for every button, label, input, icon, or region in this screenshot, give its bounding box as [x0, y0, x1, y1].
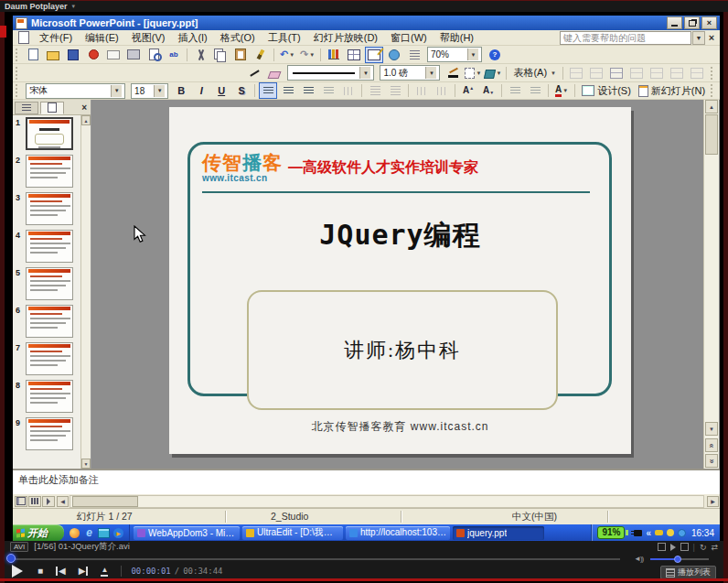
toolbar-grip[interactable] [16, 67, 20, 80]
menu-item[interactable]: 帮助(H) [434, 30, 480, 46]
combo-arrow-icon[interactable]: ▼ [425, 67, 436, 79]
toolbar-options-icon[interactable] [711, 67, 715, 80]
text-direction-icon[interactable] [412, 82, 431, 99]
menu-item[interactable]: 工具(T) [262, 30, 307, 46]
zoom-combobox[interactable]: 70% ▼ [427, 47, 482, 62]
shadow-button[interactable]: S [232, 82, 251, 99]
potplayer-titlebar[interactable]: Daum Potplayer ▾ [0, 0, 728, 12]
horizontal-scrollbar[interactable] [70, 495, 704, 508]
restore-button[interactable] [684, 16, 700, 29]
align-right-icon[interactable] [299, 82, 317, 99]
panel-close-icon[interactable]: × [81, 103, 89, 113]
messenger-icon[interactable] [667, 529, 674, 536]
expand-all-icon[interactable] [405, 47, 423, 63]
scroll-down-icon[interactable]: ▼ [705, 422, 718, 436]
scroll-left-icon[interactable]: ◀ [57, 496, 69, 507]
next-button[interactable]: ▶ [79, 567, 89, 576]
repeat-icon[interactable]: ↻ [700, 543, 707, 552]
lecturer-box[interactable]: 讲师:杨中科 [247, 290, 558, 410]
paste-icon[interactable] [231, 47, 250, 63]
eraser-icon[interactable] [265, 65, 284, 81]
align-left-icon[interactable] [259, 82, 277, 99]
merge-cells-icon[interactable] [567, 65, 585, 81]
slideshow-view-icon[interactable] [42, 496, 55, 507]
playlist-button[interactable]: 播放列表 [660, 566, 716, 579]
columns-icon[interactable] [339, 82, 358, 99]
thumbnail-scrollbar[interactable]: ▲ ▼ [80, 115, 91, 469]
format-painter-icon[interactable] [252, 47, 270, 63]
border-color-icon[interactable] [444, 65, 462, 81]
toolbar-grip[interactable] [16, 84, 20, 97]
desktop-quicklaunch-icon[interactable] [98, 527, 110, 539]
next-frame-icon[interactable] [680, 543, 689, 551]
new-icon[interactable] [24, 47, 42, 63]
save-icon[interactable] [64, 47, 82, 63]
italic-button[interactable]: I [192, 82, 210, 99]
cut-icon[interactable] [191, 47, 209, 63]
play-button[interactable] [12, 565, 23, 578]
scrollbar-thumb[interactable] [705, 114, 718, 155]
email-icon[interactable] [104, 47, 123, 63]
potplayer-quicklaunch-icon[interactable] [69, 527, 80, 539]
notes-pane[interactable]: 单击此处添加备注 [13, 469, 720, 494]
slide-thumbnail-6[interactable] [26, 305, 73, 338]
prev-frame-icon[interactable] [658, 543, 666, 551]
taskbar-task-button[interactable]: jquery.ppt [453, 526, 544, 540]
insert-hyperlink-icon[interactable] [385, 47, 403, 63]
slide-design-button[interactable]: 设计(S) [578, 83, 635, 99]
menu-item[interactable]: 格式(O) [214, 30, 262, 46]
toolbar-grip[interactable] [16, 49, 20, 61]
normal-view-icon[interactable] [15, 496, 27, 507]
distribute-text-icon[interactable] [319, 82, 337, 99]
print-icon[interactable] [124, 47, 143, 63]
slide-thumbnail-5[interactable] [26, 267, 73, 300]
fill-color-icon[interactable]: ▼ [484, 65, 502, 81]
combo-arrow-icon[interactable]: ▼ [359, 67, 370, 79]
tab-outline[interactable] [15, 102, 38, 114]
copy-icon[interactable] [211, 47, 230, 63]
numbered-list-icon[interactable] [366, 82, 384, 99]
help-dropdown-icon[interactable]: ▼ [692, 31, 705, 45]
volume-knob[interactable] [674, 556, 681, 563]
scroll-up-icon[interactable]: ▲ [705, 100, 718, 113]
slide-thumbnail-2[interactable] [26, 155, 73, 188]
align-bottom-icon[interactable] [648, 65, 666, 81]
slide-thumbnail-3[interactable] [26, 192, 73, 225]
taskbar-task-button[interactable]: http://localhost:1039/练... [346, 526, 450, 540]
taskbar-task-button[interactable]: UltraEdit - [D:\我的文档... [242, 526, 343, 540]
font-size-combobox[interactable]: 18 ▼ [131, 83, 168, 99]
insert-table-icon[interactable] [345, 47, 363, 63]
open-icon[interactable] [44, 47, 62, 63]
next-slide-icon[interactable]: « [705, 454, 718, 468]
collapse-chevron-icon[interactable]: « [646, 528, 651, 538]
bold-button[interactable]: B [172, 82, 190, 99]
permission-icon[interactable] [84, 47, 102, 63]
distribute-rows-icon[interactable] [668, 65, 686, 81]
document-close-icon[interactable]: × [705, 32, 718, 43]
help-question-box[interactable]: 键入需要帮助的问题 [560, 31, 691, 45]
slide-thumbnail-7[interactable] [26, 342, 73, 375]
taskbar-clock[interactable]: 16:34 [690, 528, 716, 538]
menu-item[interactable]: 幻灯片放映(D) [307, 30, 384, 46]
network-icon[interactable] [678, 529, 686, 537]
menu-item[interactable]: 插入(I) [171, 30, 213, 46]
tab-slides[interactable] [40, 102, 64, 114]
open-file-button[interactable]: ▲ [101, 567, 108, 577]
potplayer-menu-arrow-icon[interactable]: ▾ [72, 3, 76, 10]
align-top-icon[interactable] [607, 65, 626, 81]
scroll-right-icon[interactable]: ▶ [707, 496, 719, 507]
line-style-combobox[interactable]: ▼ [287, 65, 374, 81]
new-slide-button[interactable]: 新幻灯片(N) [635, 83, 709, 99]
scrollbar-thumb[interactable] [72, 496, 138, 507]
outside-border-icon[interactable]: ▼ [464, 65, 482, 81]
insert-chart-icon[interactable] [325, 47, 343, 63]
close-button[interactable]: × [701, 16, 717, 29]
slide-thumbnail-9[interactable] [26, 417, 73, 450]
ie-quicklaunch-icon[interactable]: e [83, 527, 95, 539]
draw-table-icon[interactable] [245, 65, 263, 81]
vertical-scrollbar[interactable]: ▲ ▼ « « [703, 100, 719, 469]
shuffle-icon[interactable]: ⇄ [711, 543, 718, 552]
line-weight-combobox[interactable]: 1.0 磅 ▼ [380, 65, 440, 81]
power-plug-icon[interactable] [634, 530, 642, 536]
stop-button[interactable]: ■ [37, 567, 43, 576]
